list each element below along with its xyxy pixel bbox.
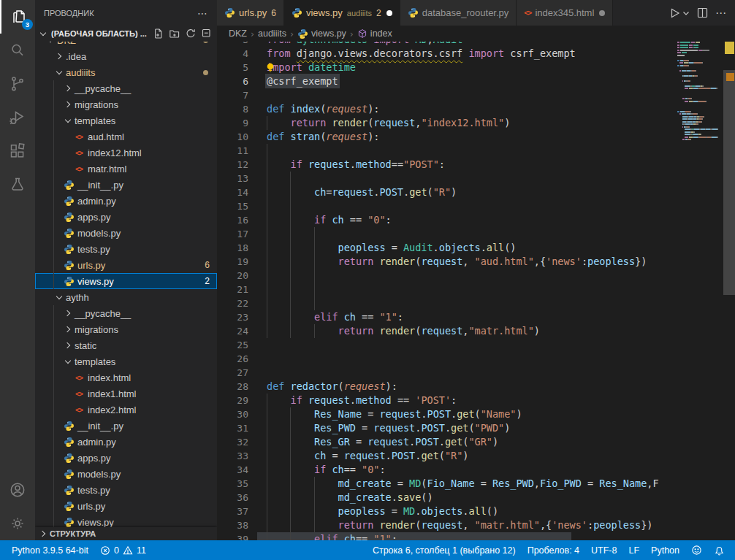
breadcrumb-item[interactable]: DKZ	[229, 28, 247, 39]
python-interpreter[interactable]: Python 3.9.5 64-bit	[6, 545, 94, 556]
activitybar-item-settings[interactable]	[0, 507, 35, 540]
code-line[interactable]: 4from django.views.decorators.csrf impor…	[217, 47, 676, 61]
tree-item[interactable]: admin.py	[35, 193, 217, 209]
indentation[interactable]: Пробелов: 4	[522, 545, 585, 556]
run-icon[interactable]	[666, 5, 682, 21]
tree-item[interactable]: views.py2	[35, 273, 217, 289]
tree-item[interactable]: aythh	[35, 289, 217, 305]
code-line[interactable]: 20	[217, 269, 676, 283]
tree-item[interactable]: <>index.html	[35, 369, 217, 386]
activitybar-item-source-control[interactable]	[0, 67, 35, 101]
workspace-section-header[interactable]: (РАБОЧАЯ ОБЛАСТЬ) ...	[35, 26, 217, 42]
chevron-down-icon[interactable]	[681, 5, 691, 21]
breadcrumb-item[interactable]: audiiits	[258, 28, 286, 39]
activitybar-item-run-debug[interactable]	[0, 101, 35, 134]
tab-index345.html[interactable]: <>index345.html	[517, 0, 613, 26]
tree-item[interactable]: <>index12.html	[35, 145, 217, 161]
code-line[interactable]: 5import datetime	[217, 61, 676, 74]
tree-item[interactable]: static	[35, 337, 217, 353]
tree-item[interactable]: __init__.py	[35, 177, 217, 193]
code-line[interactable]: 9 return render(request,"index12.html")	[217, 116, 676, 130]
tree-item[interactable]: __init__.py	[35, 418, 217, 434]
feedback[interactable]	[685, 545, 708, 556]
code-line[interactable]: 22	[217, 296, 676, 310]
code-line[interactable]: 36 md_create.save()	[217, 491, 676, 505]
code-line[interactable]: 11	[217, 144, 676, 158]
tree-item[interactable]: models.py	[35, 225, 217, 241]
code-line[interactable]: 12 if request.method=="POST":	[217, 158, 676, 172]
tree-item[interactable]: tests.py	[35, 482, 217, 498]
activitybar-item-testing[interactable]	[0, 168, 35, 202]
code-line[interactable]: 16 if ch == "0":	[217, 213, 676, 227]
tab-urls.py[interactable]: urls.py6	[217, 0, 284, 26]
code-line[interactable]: 37 peopless = MD.objects.all()	[217, 505, 676, 518]
new-file-icon[interactable]	[151, 26, 166, 41]
tree-item[interactable]: <>index1.html	[35, 386, 217, 402]
sidebar-more-icon[interactable]: ⋯	[197, 7, 208, 19]
tree-item[interactable]: templates	[35, 353, 217, 369]
tree-item[interactable]: migrations	[35, 96, 217, 112]
breadcrumb-item[interactable]: views.py	[297, 28, 346, 39]
new-folder-icon[interactable]	[167, 26, 182, 41]
code-line[interactable]: 10def stran(request):	[217, 130, 676, 144]
overview-ruler-scrollbar[interactable]	[723, 26, 735, 540]
code-line[interactable]: 6@csrf_exempt	[217, 74, 676, 88]
code-line[interactable]: 34 if ch== "0":	[217, 463, 676, 477]
code-line[interactable]: 15	[217, 199, 676, 213]
language-mode[interactable]: Python	[645, 545, 685, 556]
split-editor-icon[interactable]	[694, 5, 710, 21]
code-line[interactable]: 8def index(request):	[217, 102, 676, 116]
eol-sequence[interactable]: LF	[622, 545, 645, 556]
encoding[interactable]: UTF-8	[585, 545, 622, 556]
tree-item[interactable]: models.py	[35, 466, 217, 482]
code-line[interactable]: 32 Res_GR = request.POST.get("GR")	[217, 435, 676, 449]
code-line[interactable]: 27	[217, 366, 676, 380]
code-line[interactable]: 23 elif ch == "1":	[217, 310, 676, 324]
tree-item[interactable]: DKZ	[35, 42, 217, 48]
tree-item[interactable]: apps.py	[35, 209, 217, 225]
code-line[interactable]: 25	[217, 338, 676, 352]
code-line[interactable]: 33 ch = request.POST.get("R")	[217, 449, 676, 463]
code-editor[interactable]: 3from aythh.models import MD,Audit4from …	[217, 26, 676, 540]
code-line[interactable]: 28def redactor(request):	[217, 380, 676, 394]
code-line[interactable]: 19 return render(request, "aud.html",{'n…	[217, 255, 676, 269]
code-line[interactable]: 17	[217, 227, 676, 241]
problems-summary[interactable]: 011	[94, 545, 152, 556]
tab-views.py[interactable]: views.pyaudiiits2	[284, 0, 400, 26]
tree-item[interactable]: views.py	[35, 514, 217, 527]
collapse-all-icon[interactable]	[199, 26, 214, 41]
minimap[interactable]	[676, 26, 723, 540]
code-line[interactable]: 38 return render(request, "matr.html",{'…	[217, 518, 676, 532]
code-line[interactable]: 39 elif ch== "1":	[217, 532, 676, 540]
tree-item[interactable]: urls.py	[35, 498, 217, 514]
tree-item[interactable]: apps.py	[35, 450, 217, 466]
tree-item[interactable]: __pycache__	[35, 305, 217, 321]
code-line[interactable]: 26	[217, 352, 676, 366]
more-icon[interactable]: ⋯	[713, 5, 729, 21]
tree-item[interactable]: <>index2.html	[35, 402, 217, 418]
tree-item[interactable]: templates	[35, 112, 217, 129]
lightbulb-icon[interactable]	[265, 62, 275, 73]
breadcrumb-item[interactable]: index	[357, 28, 392, 39]
code-line[interactable]: 30 Res_Name = request.POST.get("Name")	[217, 407, 676, 421]
tree-item[interactable]: __pycache__	[35, 80, 217, 96]
activitybar-item-extensions[interactable]	[0, 134, 35, 168]
code-line[interactable]: 18 peopless = Audit.objects.all()	[217, 241, 676, 255]
activitybar-item-account[interactable]	[0, 473, 35, 507]
tree-item[interactable]: urls.py6	[35, 257, 217, 273]
code-line[interactable]: 24 return render(request,"matr.html")	[217, 324, 676, 338]
tree-item[interactable]: migrations	[35, 321, 217, 337]
tree-item[interactable]: tests.py	[35, 241, 217, 257]
tree-item[interactable]: .idea	[35, 48, 217, 64]
activitybar-item-explorer[interactable]: 3	[0, 0, 37, 34]
tree-item[interactable]: <>aud.html	[35, 129, 217, 145]
notifications[interactable]	[708, 545, 731, 556]
refresh-icon[interactable]	[183, 26, 198, 41]
cursor-position[interactable]: Строка 6, столбец 1 (выбрано 12)	[367, 545, 522, 556]
outline-section-header[interactable]: СТРУКТУРА	[35, 527, 217, 540]
code-line[interactable]: 21	[217, 283, 676, 296]
code-line[interactable]: 29 if request.method == 'POST':	[217, 394, 676, 407]
code-line[interactable]: 7	[217, 88, 676, 102]
tab-database_roouter.py[interactable]: database_roouter.py	[400, 0, 517, 26]
code-line[interactable]: 31 Res_PWD = request.POST.get("PWD")	[217, 421, 676, 435]
